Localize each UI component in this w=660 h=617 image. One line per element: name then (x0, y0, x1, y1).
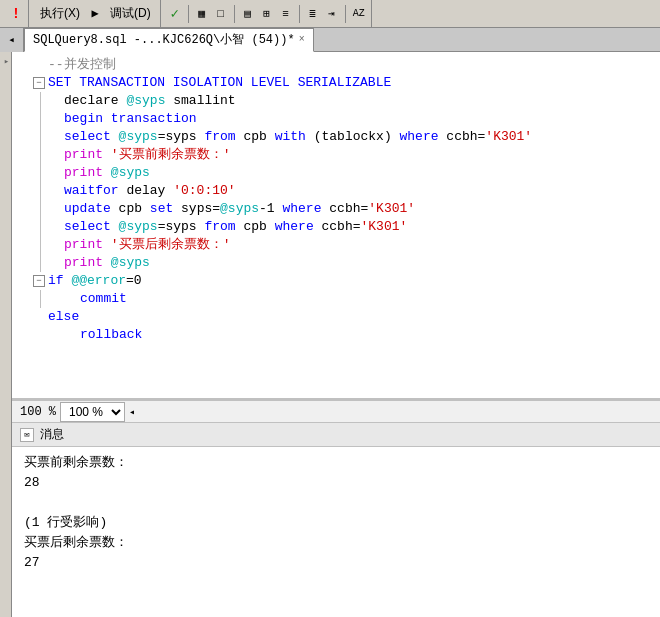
grid-icon: ▦ (194, 6, 210, 22)
output-content: 买票前剩余票数： 28 (1 行受影响) 买票后剩余票数： 27 (12, 447, 660, 579)
az-icon: AZ (351, 6, 367, 22)
separator-2 (234, 5, 235, 23)
output-panel: ✉ 消息 买票前剩余票数： 28 (1 行受影响) 买票后剩余票数： 27 (12, 422, 660, 617)
code-line-commit: commit (12, 290, 660, 308)
toolbar-group-left: ! (4, 0, 29, 27)
check-icon: ✓ (167, 6, 183, 22)
code-line-print3: print '买票后剩余票数：' (12, 236, 660, 254)
output-tab-label: 消息 (40, 426, 64, 443)
code-line-waitfor: waitfor delay '0:0:10' (12, 182, 660, 200)
output-line-5: 27 (24, 553, 648, 573)
indent-icon: ⇥ (324, 6, 340, 22)
zoom-bar: 100 % 100 % 75 % 150 % ◂ (12, 400, 660, 422)
fold-icon-if[interactable]: − (33, 275, 45, 287)
tab-bar: ◂ SQLQuery8.sql -...KJC626Q\小智 (54))* × (0, 28, 660, 52)
rows-icon: ≡ (278, 6, 294, 22)
zoom-level: 100 % (20, 405, 56, 419)
left-sidebar: ▸ (0, 52, 12, 617)
separator-1 (188, 5, 189, 23)
comment-text: --并发控制 (48, 57, 116, 72)
query-tab[interactable]: SQLQuery8.sql -...KJC626Q\小智 (54))* × (24, 28, 314, 52)
zoom-dropdown[interactable]: 100 % 75 % 150 % (60, 402, 125, 422)
output-icon: ✉ (20, 428, 34, 442)
output-line-4: 买票后剩余票数： (24, 533, 648, 553)
code-line-else: else (12, 308, 660, 326)
main-area: ▸ --并发控制 − SET TRANSACTION ISOLATION LEV (0, 52, 660, 617)
fold-icon-set[interactable]: − (33, 77, 45, 89)
toolbar-group-icons: ✓ ▦ □ ▤ ⊞ ≡ ≣ ⇥ AZ (163, 0, 372, 27)
sidebar-toggle-btn[interactable]: ◂ (0, 28, 24, 52)
code-line-begin: begin transaction (12, 110, 660, 128)
exclamation-icon: ! (8, 6, 24, 22)
output-line-1: 28 (24, 473, 648, 493)
zoom-left-arrow[interactable]: ◂ (129, 406, 135, 418)
code-line-set: − SET TRANSACTION ISOLATION LEVEL SERIAL… (12, 74, 660, 92)
output-line-3: (1 行受影响) (24, 513, 648, 533)
debug-menu-btn[interactable]: 调试(D) (105, 3, 156, 24)
tab-close-btn[interactable]: × (299, 34, 305, 45)
code-editor[interactable]: --并发控制 − SET TRANSACTION ISOLATION LEVEL… (12, 52, 660, 400)
code-line-update: update cpb set syps=@syps-1 where ccbh='… (12, 200, 660, 218)
code-line-select2: select @syps=syps from cpb where ccbh='K… (12, 218, 660, 236)
separator-4 (345, 5, 346, 23)
toolbar-group-menus: 执行(X) ▶ 调试(D) (31, 0, 161, 27)
code-line-rollback: rollback (12, 326, 660, 344)
columns-icon: ⊞ (259, 6, 275, 22)
editor-section: --并发控制 − SET TRANSACTION ISOLATION LEVEL… (12, 52, 660, 617)
code-line-print1: print '买票前剩余票数：' (12, 146, 660, 164)
square-icon: □ (213, 6, 229, 22)
tab-title: SQLQuery8.sql -...KJC626Q\小智 (54))* (33, 31, 295, 48)
comment-line: --并发控制 (12, 56, 660, 74)
code-line-if: − if @@error=0 (12, 272, 660, 290)
sidebar-arrow: ▸ (1, 56, 11, 66)
code-line-print4: print @syps (12, 254, 660, 272)
code-line-print2: print @syps (12, 164, 660, 182)
separator-3 (299, 5, 300, 23)
play-icon: ▶ (87, 6, 103, 22)
output-line-blank (24, 493, 648, 513)
list-icon: ≣ (305, 6, 321, 22)
table-icon: ▤ (240, 6, 256, 22)
code-line-select1: select @syps=syps from cpb with (tablock… (12, 128, 660, 146)
toolbar: ! 执行(X) ▶ 调试(D) ✓ ▦ □ ▤ ⊞ ≡ ≣ ⇥ AZ (0, 0, 660, 28)
code-line-declare: declare @syps smallint (12, 92, 660, 110)
execute-menu-btn[interactable]: 执行(X) (35, 3, 85, 24)
output-header: ✉ 消息 (12, 423, 660, 447)
output-line-0: 买票前剩余票数： (24, 453, 648, 473)
